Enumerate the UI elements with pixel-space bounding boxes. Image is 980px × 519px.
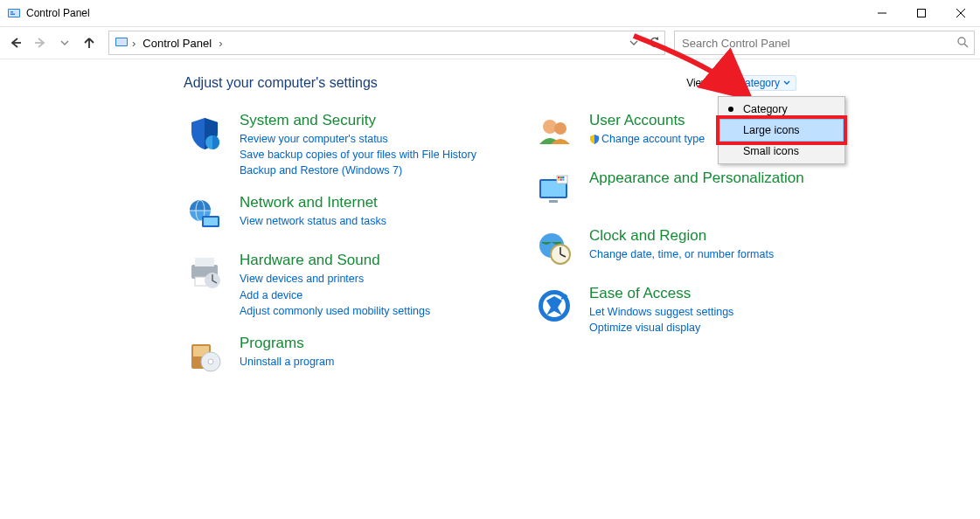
control-panel-icon xyxy=(115,35,129,52)
svg-point-27 xyxy=(208,359,213,364)
category-link[interactable]: Review your computer's status xyxy=(240,131,476,147)
chevron-right-icon[interactable]: › xyxy=(129,37,139,50)
shield-icon xyxy=(184,112,226,154)
printer-icon xyxy=(184,252,226,294)
recent-locations-button[interactable] xyxy=(54,32,75,53)
view-menu-item-category[interactable]: Category xyxy=(720,99,843,120)
users-icon xyxy=(533,112,575,154)
nav-bar: › Control Panel › xyxy=(0,27,980,59)
view-by-label: View by: xyxy=(686,77,726,89)
globe-network-icon xyxy=(184,194,226,236)
forward-button[interactable] xyxy=(30,32,51,53)
category-title[interactable]: Appearance and Personalization xyxy=(589,170,804,187)
svg-rect-1 xyxy=(9,10,19,17)
monitor-paint-icon xyxy=(533,170,575,211)
svg-rect-32 xyxy=(549,200,558,203)
category-title[interactable]: Clock and Region xyxy=(589,227,774,245)
view-by: View by: Category xyxy=(686,75,796,91)
menu-item-label: Large icons xyxy=(743,124,800,136)
title-bar: Control Panel xyxy=(0,0,980,27)
view-menu-item-small-icons[interactable]: Small icons xyxy=(720,141,843,162)
view-by-current: Category xyxy=(737,77,780,89)
svg-point-12 xyxy=(958,38,965,45)
up-button[interactable] xyxy=(79,32,100,53)
control-panel-icon xyxy=(7,6,21,20)
svg-rect-38 xyxy=(560,179,562,181)
svg-rect-19 xyxy=(204,218,218,225)
refresh-button[interactable] xyxy=(649,31,661,54)
svg-rect-3 xyxy=(10,14,15,16)
category-title[interactable]: System and Security xyxy=(240,112,476,129)
category-title[interactable]: User Accounts xyxy=(589,112,705,129)
breadcrumb-root[interactable]: Control Panel xyxy=(139,37,215,50)
svg-rect-39 xyxy=(562,179,564,181)
view-by-dropdown[interactable]: Category xyxy=(731,75,796,91)
chevron-right-icon[interactable]: › xyxy=(215,37,226,50)
uac-shield-icon xyxy=(589,134,600,144)
chevron-down-icon xyxy=(783,80,790,86)
category-link[interactable]: Uninstall a program xyxy=(240,354,334,370)
category-network-internet: Network and Internet View network status… xyxy=(184,194,481,236)
close-button[interactable] xyxy=(941,0,980,26)
category-link[interactable]: Save backup copies of your files with Fi… xyxy=(240,147,476,163)
maximize-button[interactable] xyxy=(901,0,941,26)
category-clock-region: Clock and Region Change date, time, or n… xyxy=(533,227,831,269)
address-dropdown-button[interactable] xyxy=(629,31,638,54)
svg-point-29 xyxy=(554,122,566,135)
category-link[interactable]: View network status and tasks xyxy=(240,213,386,229)
disc-box-icon xyxy=(184,335,226,377)
view-menu-item-large-icons[interactable]: Large icons xyxy=(719,119,844,142)
category-column-left: System and Security Review your computer… xyxy=(184,112,481,392)
menu-item-label: Small icons xyxy=(743,145,799,157)
selected-dot-icon xyxy=(728,107,733,112)
search-box[interactable] xyxy=(674,31,975,55)
category-link[interactable]: Adjust commonly used mobility settings xyxy=(240,303,430,319)
category-title[interactable]: Programs xyxy=(240,335,334,352)
window-title: Control Panel xyxy=(26,7,90,19)
svg-line-13 xyxy=(964,44,968,47)
minimize-button[interactable] xyxy=(862,0,901,26)
category-link[interactable]: Add a device xyxy=(240,287,430,303)
category-appearance-personalization: Appearance and Personalization xyxy=(533,170,831,211)
svg-rect-36 xyxy=(562,176,564,178)
category-title[interactable]: Network and Internet xyxy=(240,194,386,211)
back-button[interactable] xyxy=(5,32,26,53)
category-link[interactable]: Let Windows suggest settings xyxy=(589,304,733,320)
category-system-security: System and Security Review your computer… xyxy=(184,112,481,178)
category-link[interactable]: Change date, time, or number formats xyxy=(589,246,774,262)
svg-rect-34 xyxy=(558,176,560,178)
search-icon[interactable] xyxy=(956,36,969,51)
category-programs: Programs Uninstall a program xyxy=(184,335,481,377)
search-input[interactable] xyxy=(680,36,956,51)
svg-rect-37 xyxy=(558,179,560,181)
svg-rect-5 xyxy=(917,10,925,17)
category-link[interactable]: Optimize visual display xyxy=(589,320,733,336)
category-title[interactable]: Hardware and Sound xyxy=(240,252,430,269)
svg-rect-35 xyxy=(560,176,562,178)
clock-globe-icon xyxy=(533,227,575,269)
category-link[interactable]: View devices and printers xyxy=(240,271,430,287)
category-link[interactable]: Change account type xyxy=(589,131,705,147)
svg-rect-2 xyxy=(10,11,13,13)
menu-item-label: Category xyxy=(743,103,788,115)
ease-of-access-icon xyxy=(533,285,575,327)
address-bar[interactable]: › Control Panel › xyxy=(108,31,665,55)
view-by-menu: Category Large icons Small icons xyxy=(718,96,845,164)
category-hardware-sound: Hardware and Sound View devices and prin… xyxy=(184,252,481,318)
svg-rect-21 xyxy=(195,258,214,266)
category-title[interactable]: Ease of Access xyxy=(589,285,733,302)
svg-rect-11 xyxy=(116,38,127,45)
category-link[interactable]: Backup and Restore (Windows 7) xyxy=(240,163,476,178)
category-ease-of-access: Ease of Access Let Windows suggest setti… xyxy=(533,285,831,336)
page-heading: Adjust your computer's settings xyxy=(184,75,928,91)
